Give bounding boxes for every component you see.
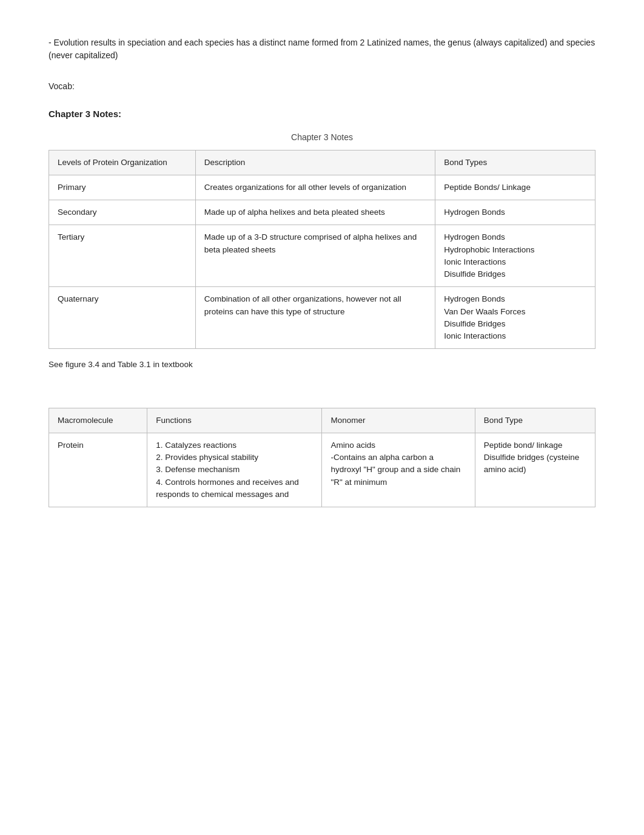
macromolecule-section: Macromolecule Functions Monomer Bond Typ… bbox=[49, 408, 595, 508]
mac-header-monomer: Monomer bbox=[322, 408, 475, 433]
mac-header-macromolecule: Macromolecule bbox=[49, 408, 147, 433]
mac-row-protein-name: Protein bbox=[49, 433, 147, 507]
header-bonds: Bond Types bbox=[435, 150, 595, 175]
row-primary-description: Creates organizations for all other leve… bbox=[195, 175, 435, 200]
row-primary-level: Primary bbox=[49, 175, 196, 200]
row-secondary-bonds: Hydrogen Bonds bbox=[435, 200, 595, 225]
mac-row-protein-monomer: Amino acids -Contains an alpha carbon a … bbox=[322, 433, 475, 507]
row-tertiary-level: Tertiary bbox=[49, 225, 196, 287]
vocab-label: Vocab: bbox=[49, 80, 595, 93]
row-secondary-description: Made up of alpha helixes and beta pleate… bbox=[195, 200, 435, 225]
intro-text: - Evolution results in speciation and ea… bbox=[49, 36, 595, 62]
chapter3-title: Chapter 3 Notes: bbox=[49, 107, 595, 121]
mac-row-protein-bondtype: Peptide bond/ linkage Disulfide bridges … bbox=[475, 433, 595, 507]
mac-header-bondtype: Bond Type bbox=[475, 408, 595, 433]
row-quaternary-bonds: Hydrogen Bonds Van Der Waals Forces Disu… bbox=[435, 287, 595, 349]
row-primary-bonds: Peptide Bonds/ Linkage bbox=[435, 175, 595, 200]
header-description: Description bbox=[195, 150, 435, 175]
row-tertiary-bonds: Hydrogen Bonds Hydrophobic Interactions … bbox=[435, 225, 595, 287]
protein-organization-table: Levels of Protein Organization Descripti… bbox=[49, 150, 595, 350]
row-quaternary-description: Combination of all other organizations, … bbox=[195, 287, 435, 349]
chapter3-table-title: Chapter 3 Notes bbox=[49, 131, 595, 144]
mac-header-functions: Functions bbox=[147, 408, 322, 433]
row-tertiary-description: Made up of a 3-D structure comprised of … bbox=[195, 225, 435, 287]
see-figure-text: See figure 3.4 and Table 3.1 in textbook bbox=[49, 359, 595, 371]
row-quaternary-level: Quaternary bbox=[49, 287, 196, 349]
row-secondary-level: Secondary bbox=[49, 200, 196, 225]
macromolecule-table: Macromolecule Functions Monomer Bond Typ… bbox=[49, 408, 595, 508]
header-level: Levels of Protein Organization bbox=[49, 150, 196, 175]
mac-row-protein-functions: 1. Catalyzes reactions 2. Provides physi… bbox=[147, 433, 322, 507]
